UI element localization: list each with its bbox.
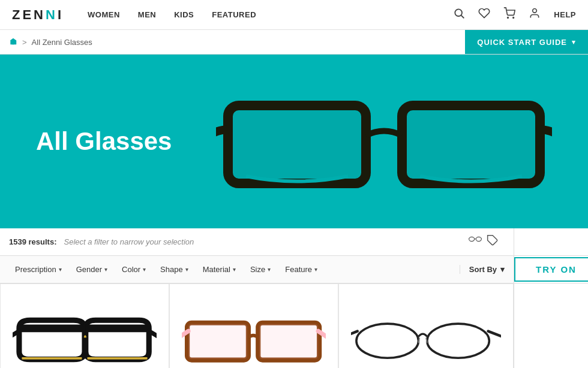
chevron-down-icon: ▾	[59, 266, 62, 273]
chevron-down-icon: ▾	[314, 266, 317, 273]
view-icons	[469, 234, 499, 249]
breadcrumb-current: All Zenni Glasses	[32, 38, 92, 47]
right-results-section	[514, 228, 588, 256]
product-grid	[0, 283, 514, 368]
svg-point-4	[533, 9, 537, 13]
main-nav: WOMEN MEN KIDS FEATURED	[88, 10, 453, 19]
filter-feature[interactable]: Feature ▾	[279, 261, 323, 277]
results-row: 1539 results: Select a filter to narrow …	[0, 228, 514, 256]
svg-point-10	[476, 237, 481, 241]
breadcrumb-separator: >	[22, 38, 27, 47]
right-sidebar-body	[514, 283, 588, 368]
right-sidebar: TRY ON	[514, 228, 588, 368]
wishlist-icon[interactable]	[478, 7, 490, 22]
chevron-down-icon: ▾	[572, 38, 576, 46]
header-icons: HELP	[453, 7, 576, 22]
results-info: 1539 results: Select a filter to narrow …	[9, 237, 469, 246]
nav-women[interactable]: WOMEN	[88, 10, 120, 19]
svg-rect-7	[233, 110, 361, 179]
right-filter-section: TRY ON	[514, 256, 588, 283]
try-on-button[interactable]: TRY ON	[514, 257, 588, 282]
product-image-3	[339, 284, 513, 368]
chevron-down-icon: ▾	[268, 266, 271, 273]
filter-size[interactable]: Size ▾	[244, 261, 277, 277]
account-icon[interactable]	[529, 7, 541, 22]
home-icon[interactable]	[9, 37, 17, 47]
filter-color[interactable]: Color ▾	[116, 261, 152, 277]
product-card-3[interactable]	[338, 283, 514, 368]
chevron-down-icon: ▾	[143, 266, 146, 273]
product-image-1	[1, 284, 169, 368]
breadcrumb: > All Zenni Glasses	[0, 30, 465, 54]
hero-title: All Glasses	[0, 127, 172, 156]
hero-banner: All Glasses	[0, 55, 588, 228]
glasses-view-icon[interactable]	[469, 234, 482, 249]
help-link[interactable]: HELP	[554, 10, 576, 19]
quick-start-button[interactable]: QUICK START GUIDE ▾	[465, 30, 588, 54]
product-image-2	[170, 284, 338, 368]
svg-rect-8	[407, 110, 535, 179]
nav-kids[interactable]: KIDS	[174, 10, 194, 19]
chevron-down-icon: ▾	[233, 266, 236, 273]
svg-point-2	[508, 17, 509, 19]
search-icon[interactable]	[453, 7, 465, 22]
svg-point-3	[513, 17, 514, 19]
results-hint: Select a filter to narrow your selection	[64, 237, 194, 246]
nav-men[interactable]: MEN	[138, 10, 156, 19]
product-card-1[interactable]	[0, 283, 169, 368]
svg-line-27	[488, 331, 501, 339]
filter-prescription[interactable]: Prescription ▾	[9, 261, 68, 277]
results-count: 1539 results:	[9, 237, 57, 246]
sort-button[interactable]: Sort By ▾	[469, 265, 505, 274]
svg-point-22	[356, 324, 419, 358]
left-area: 1539 results: Select a filter to narrow …	[0, 228, 514, 368]
svg-line-11	[469, 237, 469, 238]
filter-row: Prescription ▾ Gender ▾ Color ▾ Shape ▾ …	[0, 256, 514, 283]
svg-line-1	[461, 16, 464, 19]
svg-rect-21	[259, 324, 318, 358]
filter-shape[interactable]: Shape ▾	[154, 261, 194, 277]
site-logo[interactable]: ZENNI	[12, 7, 64, 23]
main-content: 1539 results: Select a filter to narrow …	[0, 228, 588, 368]
chevron-down-icon: ▾	[104, 266, 107, 273]
sort-area: Sort By ▾	[460, 265, 505, 274]
svg-rect-20	[188, 324, 247, 358]
filter-material[interactable]: Material ▾	[197, 261, 242, 277]
svg-line-12	[481, 237, 482, 238]
hero-glasses-svg	[216, 82, 552, 201]
nav-featured[interactable]: FEATURED	[212, 10, 256, 19]
site-header: ZENNI WOMEN MEN KIDS FEATURED HELP	[0, 0, 588, 30]
product-card-2[interactable]	[169, 283, 338, 368]
tag-view-icon[interactable]	[487, 234, 499, 249]
svg-point-0	[455, 9, 463, 16]
filter-gender[interactable]: Gender ▾	[70, 261, 113, 277]
svg-point-23	[427, 324, 490, 358]
svg-point-9	[469, 237, 475, 241]
breadcrumb-bar: > All Zenni Glasses QUICK START GUIDE ▾	[0, 30, 588, 55]
filter-buttons: Prescription ▾ Gender ▾ Color ▾ Shape ▾ …	[9, 261, 460, 277]
hero-glasses-image	[180, 55, 588, 228]
cart-icon[interactable]	[503, 7, 515, 22]
chevron-down-icon: ▾	[500, 265, 505, 274]
chevron-down-icon: ▾	[185, 266, 188, 273]
